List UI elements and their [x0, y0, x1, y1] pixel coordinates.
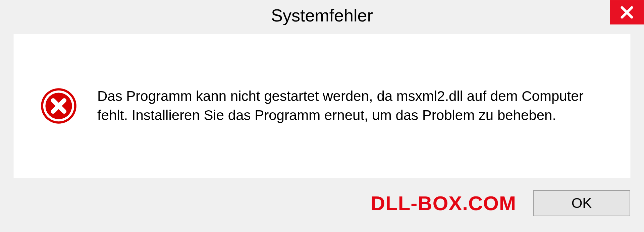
titlebar: Systemfehler: [0, 0, 644, 31]
error-icon: [40, 88, 77, 124]
watermark-text: DLL-BOX.COM: [371, 192, 516, 215]
ok-button[interactable]: OK: [533, 190, 630, 216]
error-message: Das Programm kann nicht gestartet werden…: [97, 87, 610, 125]
dialog-footer: DLL-BOX.COM OK: [0, 185, 644, 232]
close-button[interactable]: [610, 0, 644, 24]
system-error-dialog: Systemfehler Das Programm kann nicht ges…: [0, 0, 644, 232]
content-area: Das Programm kann nicht gestartet werden…: [13, 34, 631, 178]
dialog-title: Systemfehler: [271, 5, 373, 25]
close-icon: [620, 5, 634, 20]
